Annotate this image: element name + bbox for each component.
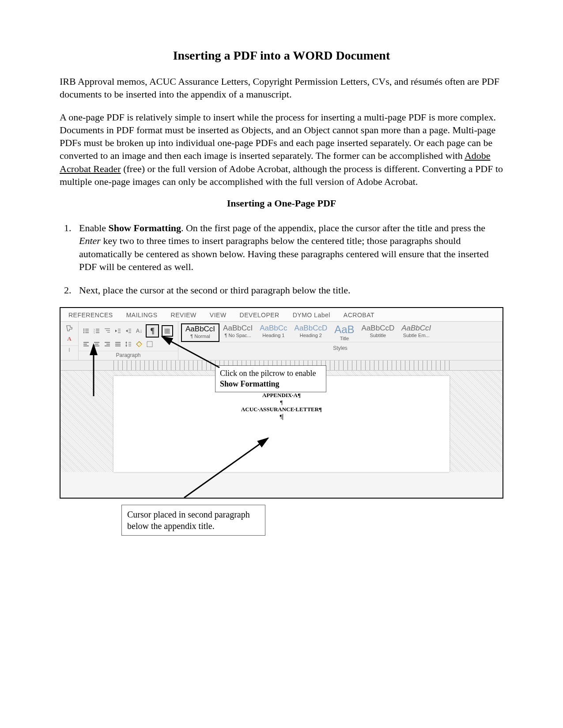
svg-point-2 (83, 330, 84, 331)
style-item-3[interactable]: AaBbCcDHeading 2 (291, 323, 331, 342)
style-name-label: Subtle Em... (403, 333, 430, 338)
intro-paragraph-1: IRB Approval memos, ACUC Assurance Lette… (60, 75, 503, 101)
step1-text-a: Enable (79, 222, 109, 233)
align-left-icon[interactable] (82, 340, 90, 348)
intro2-post: (free) or the full version of Adobe Acro… (60, 163, 503, 187)
step1-italic: Enter (79, 235, 101, 246)
numbering-icon[interactable]: 123 (93, 327, 101, 335)
svg-point-0 (83, 329, 84, 330)
doc-line-pilcrow-2: ¶ (113, 413, 450, 420)
format-painter-icon[interactable] (65, 324, 73, 332)
svg-text:3: 3 (94, 332, 95, 334)
line-spacing-icon[interactable] (125, 340, 132, 348)
style-name-label: Title (340, 336, 349, 341)
text-cursor (283, 414, 283, 420)
step1-bold: Show Formatting (109, 222, 181, 233)
style-name-label: Subtitle (370, 333, 386, 338)
callout-cursor: Cursor placed in second paragraph below … (121, 505, 265, 536)
steps-list: Enable Show Formatting. On the first pag… (60, 221, 503, 296)
sort-icon[interactable]: A↓ (135, 327, 143, 335)
multilevel-list-icon[interactable] (103, 327, 111, 335)
style-preview: AaB (334, 324, 354, 335)
style-preview: AaBbCc (260, 324, 287, 332)
paragraph-group-label: Paragraph (79, 351, 178, 360)
doc-line-acuc: ACUC·ASSURANCE·LETTER¶ (113, 406, 450, 413)
doc-line-pilcrow-1: ¶ (113, 399, 450, 406)
doc-pilcrow-text: ¶ (280, 413, 283, 420)
tab-acrobat[interactable]: ACROBAT (344, 311, 374, 319)
align-center-icon[interactable] (93, 340, 101, 348)
style-item-0[interactable]: AaBbCcI¶ Normal (181, 323, 219, 342)
svg-rect-37 (147, 341, 152, 347)
tab-review[interactable]: REVIEW (171, 311, 196, 319)
tab-developer[interactable]: DEVELOPER (240, 311, 280, 319)
style-preview: AaBbCcD (295, 324, 328, 332)
doc-line-appendix: APPENDIX·A¶ (113, 392, 450, 399)
ribbon-tabs: REFERENCES MAILINGS REVIEW VIEW DEVELOPE… (60, 308, 503, 321)
tab-view[interactable]: VIEW (210, 311, 227, 319)
shading-icon[interactable] (135, 340, 143, 348)
align-right-icon[interactable] (103, 340, 111, 348)
style-preview: AaBbCcD (362, 324, 395, 332)
tab-dymo-label[interactable]: DYMO Label (293, 311, 330, 319)
style-name-label: Heading 2 (300, 333, 322, 338)
style-name-label: Heading 1 (262, 333, 284, 338)
font-color-icon[interactable]: A (65, 335, 73, 343)
borders-dropdown-icon[interactable] (146, 340, 154, 348)
step-2: Next, place the cursor at the second or … (74, 284, 503, 296)
font-group-label: ⁞ (60, 345, 78, 355)
style-item-1[interactable]: AaBbCcI¶ No Spac... (219, 323, 256, 342)
tab-mailings[interactable]: MAILINGS (126, 311, 158, 319)
style-item-2[interactable]: AaBbCcHeading 1 (256, 323, 291, 342)
style-item-6[interactable]: AaBbCcISubtle Em... (398, 323, 435, 342)
intro2-pre: A one-page PDF is relatively simple to i… (60, 112, 496, 161)
callout-pilcrow: Click on the pilcrow to enable Show Form… (215, 365, 326, 392)
tab-references[interactable]: REFERENCES (68, 311, 113, 319)
style-name-label: ¶ Normal (190, 334, 210, 339)
styles-group-label: Styles (178, 342, 502, 353)
callout1-bold: Show Formatting (220, 379, 280, 388)
word-screenshot: REFERENCES MAILINGS REVIEW VIEW DEVELOPE… (60, 307, 503, 499)
style-preview: AaBbCcI (223, 324, 253, 332)
step-1: Enable Show Formatting. On the first pag… (74, 221, 503, 273)
bullets-icon[interactable] (82, 327, 90, 335)
style-name-label: ¶ No Spac... (224, 333, 251, 338)
intro-paragraph-2: A one-page PDF is relatively simple to i… (60, 111, 503, 188)
svg-point-4 (83, 332, 84, 333)
step1-text-e: key two to three times to insert paragra… (79, 235, 489, 272)
increase-indent-icon[interactable] (125, 327, 132, 335)
callout1-text: Click on the pilcrow to enable (220, 369, 316, 378)
ribbon: A ⁞ 123 (60, 321, 503, 360)
section-heading: Inserting a One-Page PDF (60, 198, 503, 209)
decrease-indent-icon[interactable] (114, 327, 122, 335)
borders-button[interactable] (162, 325, 173, 337)
page-title: Inserting a PDF into a WORD Document (60, 49, 503, 63)
pilcrow-button[interactable]: ¶ (146, 324, 159, 338)
styles-gallery[interactable]: AaBbCcI¶ NormalAaBbCcI¶ No Spac...AaBbCc… (178, 322, 502, 342)
style-preview: AaBbCcI (185, 325, 215, 333)
style-preview: AaBbCcI (401, 324, 431, 332)
step1-text-c: . On the first page of the appendix, pla… (181, 222, 485, 233)
justify-icon[interactable] (114, 340, 122, 348)
style-item-4[interactable]: AaBTitle (331, 323, 358, 342)
style-item-5[interactable]: AaBbCcDSubtitle (358, 323, 398, 342)
styles-group: AaBbCcI¶ NormalAaBbCcI¶ No Spac...AaBbCc… (178, 322, 503, 360)
